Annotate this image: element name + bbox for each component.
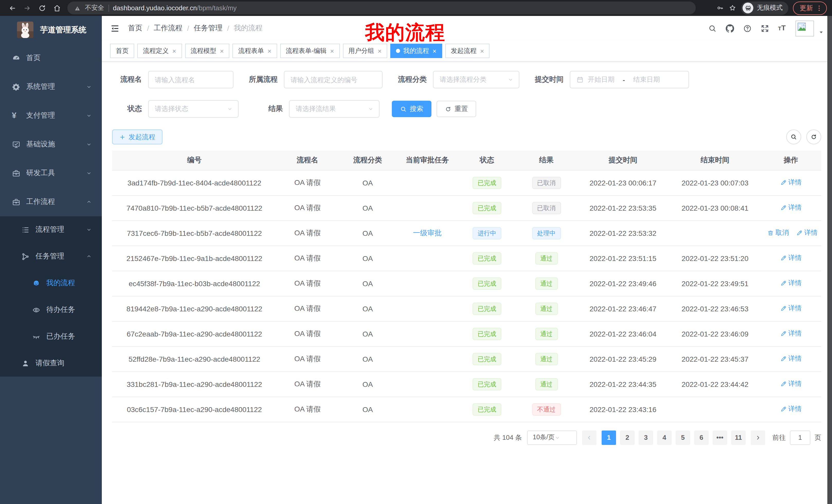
tab-process-form-edit[interactable]: 流程表单-编辑× [280,44,340,58]
status-select[interactable]: 请选择状态 [148,100,239,118]
tab-close-icon[interactable]: × [378,48,382,54]
address-bar[interactable]: 不安全 dashboard.yudao.iocoder.cn/bpm/task/… [67,2,696,15]
search-button[interactable]: 搜索 [392,101,432,117]
browser-update-button[interactable]: 更新 [793,1,827,15]
detail-link[interactable]: 详情 [780,203,802,213]
browser-reload-button[interactable] [35,1,49,15]
tab-process-form[interactable]: 流程表单× [232,44,277,58]
sidebar-item-leave-query[interactable]: 请假查询 [0,350,102,376]
tab-process-model[interactable]: 流程模型× [185,44,229,58]
tab-close-icon[interactable]: × [433,48,436,54]
incognito-label: 无痕模式 [757,4,783,12]
tab-process-definition[interactable]: 流程定义× [137,44,182,58]
avatar-dropdown-caret-icon[interactable] [818,30,824,35]
pagination-next-button[interactable] [751,430,765,445]
detail-link[interactable]: 详情 [796,228,817,237]
sidebar-item-done-tasks[interactable]: 已办任务 [0,323,102,350]
goto-page-input[interactable] [790,430,810,445]
tab-start-process[interactable]: 发起流程× [445,44,490,58]
sidebar-item-todo-tasks[interactable]: 待办任务 [0,297,102,323]
pagination-goto: 前往 页 [772,430,821,445]
submit-time-range-picker[interactable]: 开始日期 - 结束日期 [570,71,689,88]
security-label[interactable]: 不安全 [85,4,104,12]
pagination-page-1[interactable]: 1 [602,430,616,445]
breadcrumb-item[interactable]: 首页 [128,24,142,33]
tab-close-icon[interactable]: × [330,48,334,54]
detail-link[interactable]: 详情 [780,279,802,288]
cell-process-name: OA 请假 [277,271,338,296]
process-definition-input[interactable] [284,71,383,88]
cell-category: OA [338,296,397,321]
column-header: 编号 [112,150,277,170]
pagination-prev-button[interactable] [582,430,597,445]
avatar[interactable] [796,20,814,36]
sidebar-item-my-process[interactable]: 我的流程 [0,270,102,297]
result-select[interactable]: 请选择流结果 [289,100,380,118]
show-search-button[interactable] [786,130,801,144]
search-icon[interactable] [708,24,717,33]
sidebar-logo-row[interactable]: 芋道管理系统 [0,16,102,44]
start-process-button[interactable]: 发起流程 [112,130,162,144]
table-row: 331bc281-7b9a-11ec-a290-acde48001122OA 请… [112,371,821,397]
sidebar-item-process-mgmt[interactable]: 流程管理 [0,216,102,243]
window-scrollbar[interactable] [827,16,832,504]
sidebar-item-system[interactable]: 系统管理 [0,73,102,101]
browser-home-button[interactable] [50,1,64,15]
tab-home[interactable]: 首页 [110,44,134,58]
tab-close-icon[interactable]: × [480,48,484,54]
sidebar-item-devtools[interactable]: 研发工具 [0,159,102,188]
sidebar-item-infrastructure[interactable]: 基础设施 [0,130,102,159]
refresh-table-button[interactable] [806,130,821,144]
pagination-page-11[interactable]: 11 [731,430,746,445]
cell-current-task [397,246,458,271]
process-category-label: 流程分类 [395,75,427,84]
password-key-icon[interactable] [716,4,724,12]
cancel-link[interactable]: 取消 [767,228,789,237]
github-icon[interactable] [726,24,734,33]
cell-id: 7470a810-7b9b-11ec-b5b7-acde48001122 [112,195,277,220]
sidebar-item-home[interactable]: 首页 [0,44,102,73]
sidebar-collapse-icon[interactable] [110,23,120,33]
sidebar-item-task-mgmt[interactable]: 任务管理 [0,243,102,270]
bookmark-star-icon[interactable] [729,4,736,12]
tab-close-icon[interactable]: × [267,48,271,54]
cell-actions: 详情 [760,271,821,296]
cell-end-time: 2022-01-22 23:44:42 [670,371,760,397]
tab-close-icon[interactable]: × [220,48,224,54]
tab-close-icon[interactable]: × [172,48,176,54]
sidebar-item-workflow[interactable]: 工作流程 [0,188,102,216]
detail-link[interactable]: 详情 [780,329,802,338]
sidebar-item-label: 流程管理 [35,225,64,234]
browser-back-button[interactable] [5,1,19,15]
sidebar-item-payment[interactable]: ¥支付管理 [0,101,102,130]
process-name-input[interactable] [148,71,233,88]
pagination-page-4[interactable]: 4 [657,430,672,445]
pagination-page-3[interactable]: 3 [639,430,653,445]
sidebar-item-label: 请假查询 [35,359,64,368]
font-size-icon[interactable]: TT [778,24,787,33]
tab-user-group[interactable]: 用户分组× [343,44,387,58]
detail-link[interactable]: 详情 [780,304,802,313]
breadcrumb-item[interactable]: 任务管理 [194,24,223,33]
current-task-link[interactable]: 一级审批 [413,228,442,236]
browser-menu-icon[interactable] [815,4,823,11]
process-category-select[interactable]: 请选择流程分类 [433,71,519,88]
pagination-page-2[interactable]: 2 [620,430,634,445]
pagination-page-6[interactable]: 6 [694,430,709,445]
url-text[interactable]: dashboard.yudao.iocoder.cn/bpm/task/my [113,4,237,12]
detail-link[interactable]: 详情 [780,404,802,414]
page-size-select[interactable]: 10条/页 [527,430,577,445]
reset-button[interactable]: 重置 [437,101,476,117]
detail-link[interactable]: 详情 [780,380,802,389]
help-icon[interactable] [743,24,752,33]
breadcrumb-item[interactable]: 工作流程 [154,24,183,33]
table-row: 7317cec6-7b9b-11ec-b5b7-acde48001122OA 请… [112,220,821,246]
browser-forward-button[interactable] [20,1,34,15]
detail-link[interactable]: 详情 [780,354,802,363]
fullscreen-icon[interactable] [760,24,769,33]
pagination-ellipsis[interactable]: ••• [713,430,727,445]
detail-link[interactable]: 详情 [780,178,802,187]
pagination-page-5[interactable]: 5 [676,430,690,445]
detail-link[interactable]: 详情 [780,254,802,263]
tab-my-process[interactable]: 我的流程× [390,44,442,58]
